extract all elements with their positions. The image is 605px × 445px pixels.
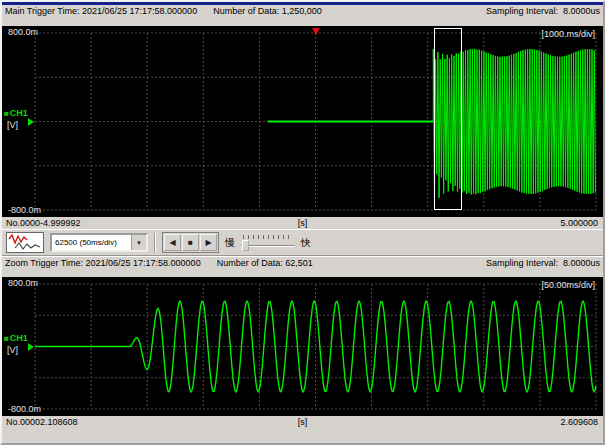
playback-button-group: ◀ ■ ▶ [162, 232, 219, 253]
channel-zero-marker-icon [28, 118, 34, 126]
zoom-scale-value: 62500 (50ms/div) [52, 238, 131, 247]
stop-button[interactable]: ■ [182, 234, 199, 251]
chevron-down-icon[interactable]: ▼ [131, 235, 146, 250]
zoom-axis-right-value: 2.609608 [560, 416, 598, 428]
toolbar-separator [154, 233, 156, 253]
zoom-axis-left-value: 2.108608 [40, 416, 78, 428]
zoom-x-axis: No.0000 2.108608 [s] 2.609608 [2, 416, 603, 428]
main-axis-no: No.0000 [6, 217, 40, 229]
main-waveform-plot[interactable]: 800.0m -800.0m [1000.ms/div] ■CH1 [V] [2, 26, 603, 217]
channel-color-icon: ■ [4, 109, 9, 118]
zoom-axis-no: No.0000 [6, 416, 40, 428]
main-y-top-label: 800.0m [8, 28, 38, 37]
zoom-axis-unit: [s] [298, 416, 308, 428]
zoom-grid-waveform-svg [2, 277, 603, 416]
channel-zero-marker-icon [28, 343, 34, 351]
main-time-div-label: [1000.ms/div] [541, 30, 595, 39]
main-trigger-time: Main Trigger Time: 2021/06/25 17:17:58.0… [5, 6, 197, 16]
channel-color-icon: ■ [4, 334, 9, 343]
main-panel-header: Main Trigger Time: 2021/06/25 17:17:58.0… [2, 5, 603, 26]
main-axis-right-value: 5.000000 [560, 217, 598, 229]
zoom-trigger-time: Zoom Trigger Time: 2021/06/25 17:17:58.0… [5, 258, 201, 268]
zoom-y-top-label: 800.0m [8, 279, 38, 288]
zoom-scale-select[interactable]: 62500 (50ms/div) ▼ [50, 233, 148, 252]
waveform-icon [7, 233, 43, 252]
speed-slider-thumb[interactable] [242, 240, 249, 251]
waveform-display-button[interactable] [6, 232, 44, 253]
waveform-viewer-window: Main Trigger Time: 2021/06/25 17:17:58.0… [0, 0, 605, 445]
play-forward-button[interactable]: ▶ [200, 234, 217, 251]
main-axis-left-value: -4.999992 [40, 217, 81, 229]
main-unit-label: [V] [7, 121, 18, 130]
zoom-channel-label: ■CH1 [4, 334, 28, 343]
slider-ticks [243, 235, 293, 239]
window-bottom-strip [2, 428, 603, 443]
playback-toolbar: 62500 (50ms/div) ▼ ◀ ■ ▶ 慢 快 [2, 229, 603, 256]
fast-label: 快 [301, 236, 311, 250]
zoom-time-div-label: [50.00ms/div] [541, 281, 595, 290]
main-axis-unit: [s] [298, 217, 308, 229]
zoom-sampling-interval: Sampling Interval: 8.0000us [486, 258, 600, 268]
main-channel-label: ■CH1 [4, 109, 28, 118]
main-grid-waveform-svg [2, 26, 603, 217]
main-number-of-data: Number of Data: 1,250,000 [213, 6, 322, 16]
zoom-waveform-plot[interactable]: 800.0m -800.0m [50.00ms/div] ■CH1 [V] [2, 277, 603, 416]
speed-slider[interactable] [241, 233, 295, 253]
main-y-bottom-label: -800.0m [8, 206, 41, 215]
zoom-panel-header: Zoom Trigger Time: 2021/06/25 17:17:58.0… [2, 256, 603, 277]
slider-track [241, 245, 295, 247]
play-backward-button[interactable]: ◀ [164, 234, 181, 251]
slow-label: 慢 [225, 236, 235, 250]
zoom-region-box[interactable] [434, 28, 462, 210]
main-x-axis: No.0000 -4.999992 [s] 5.000000 [2, 217, 603, 229]
zoom-y-bottom-label: -800.0m [8, 405, 41, 414]
trigger-marker-icon [312, 28, 320, 39]
zoom-number-of-data: Number of Data: 62,501 [217, 258, 313, 268]
main-sampling-interval: Sampling Interval: 8.0000us [486, 6, 600, 16]
zoom-unit-label: [V] [7, 346, 18, 355]
